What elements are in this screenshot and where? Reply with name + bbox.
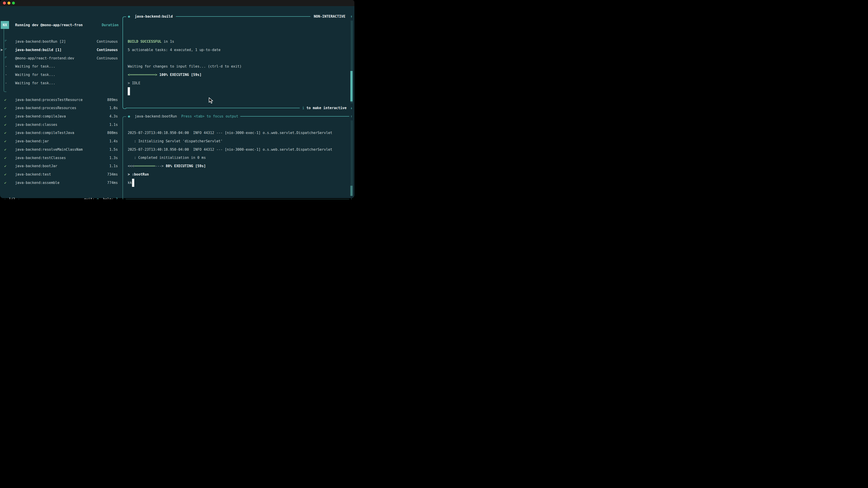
build-panel-header-line [176, 16, 310, 17]
bullet-icon: · [5, 62, 7, 71]
check-icon: ✔ [4, 179, 6, 187]
task-row[interactable]: java-backend:processTestResource [15, 96, 83, 104]
task-row[interactable]: java-backend:jar [15, 137, 49, 145]
task-row-build-selected[interactable]: java-backend:build [1] [15, 46, 61, 54]
log-line: 2025-07-23T13:40:18.950-04:00 INFO 44312… [128, 129, 332, 137]
progress-prefix: <<< [128, 164, 134, 168]
task-row[interactable]: java-backend:bootJar [15, 162, 57, 170]
task-row[interactable]: java-backend:testClasses [15, 154, 66, 162]
build-success-line: BUILD SUCCESSFUL in 1s [128, 37, 174, 46]
build-waiting-line: Waiting for changes to input files... (c… [128, 62, 242, 71]
task-status: Continuous [97, 37, 118, 46]
terminal-window: NX Running dev @mono-app/react-fron Dura… [0, 0, 354, 198]
terminal-body: NX Running dev @mono-app/react-fron Dura… [0, 6, 354, 198]
check-icon: ✔ [4, 104, 6, 112]
build-tasks-summary: 5 actionable tasks: 4 executed, 1 up-to-… [128, 46, 221, 54]
waiting-task-row: Waiting for task... [15, 79, 55, 88]
build-progress-line: <════════════> 100% EXECUTING [59s] [128, 71, 202, 79]
bootrun-scrollbar-thumb[interactable] [350, 186, 352, 196]
task-duration: 1.4s [110, 137, 118, 145]
task-duration: 774ms [107, 179, 118, 187]
task-duration: 1.0s [110, 104, 118, 112]
task-status: Continuous [97, 54, 118, 63]
task-duration: 734ms [107, 170, 118, 179]
task-row[interactable]: java-backend:test [15, 170, 51, 179]
task-row[interactable]: java-backend:classes [15, 121, 57, 129]
bootrun-scrollbar-track[interactable] [351, 121, 352, 196]
interactive-hint-text: to make interactive [304, 106, 346, 110]
pagination: ← 1/2 → [4, 195, 19, 199]
help-bar: quit: q help: ? [84, 195, 118, 199]
scroll-up-icon[interactable]: ↑ [350, 12, 352, 21]
task-row-bootrun[interactable]: java-backend:bootRun [2] [15, 37, 66, 46]
quit-key: q [97, 197, 99, 199]
scroll-down-icon[interactable]: ↓ [350, 104, 352, 112]
bootrun-panel-border [123, 116, 126, 199]
spinner-icon: ⠋ [4, 46, 7, 54]
prev-page-arrow-icon[interactable]: ← [4, 197, 6, 199]
build-successful-text: BUILD SUCCESSFUL [128, 39, 161, 43]
check-icon: ✔ [4, 170, 6, 179]
progress-label: 100% EXECUTING [59s] [157, 73, 202, 77]
bootrun-panel-header-line [240, 116, 349, 117]
help-label: help: [103, 197, 114, 199]
build-panel-border [123, 17, 126, 109]
build-panel-title[interactable]: java-backend:build [135, 12, 173, 21]
quit-label: quit: [84, 197, 95, 199]
scroll-up-icon[interactable]: ↑ [350, 112, 352, 121]
progress-label: 80% EXECUTING [59s] [164, 164, 206, 168]
progress-suffix: ---> [155, 164, 163, 168]
waiting-task-row: Waiting for task... [15, 62, 55, 71]
check-icon: ✔ [4, 154, 6, 162]
zoom-button[interactable] [12, 2, 15, 4]
bootrun-prompt-line: > :bootRun [128, 170, 149, 179]
minimize-button[interactable] [7, 2, 10, 4]
progress-bar: ══════════ [134, 164, 155, 168]
bullet-icon: · [5, 79, 7, 88]
running-dot-icon: ● [128, 112, 130, 121]
running-dot-icon: ● [128, 12, 130, 21]
progress-bar: <════════════> [128, 73, 157, 77]
task-row[interactable]: java-backend:assemble [15, 179, 59, 187]
log-line: : Initializing Servlet 'dispatcherServle… [128, 137, 223, 145]
typed-input[interactable]: kk [128, 179, 132, 187]
help-key: ? [116, 197, 118, 199]
interactive-hint-key: i [302, 106, 304, 110]
log-line: 2025-07-23T13:40:18.950-04:00 INFO 44312… [128, 145, 332, 154]
task-duration: 1.3s [110, 154, 118, 162]
bootrun-progress-line: <<<══════════---> 80% EXECUTING [59s] [128, 162, 206, 170]
task-status: Continuous [97, 46, 118, 54]
build-scrollbar-thumb[interactable] [350, 71, 352, 101]
task-row[interactable]: java-backend:resolveMainClassNam [15, 145, 83, 154]
close-button[interactable] [3, 2, 6, 4]
build-terminal-cursor [128, 87, 130, 95]
next-page-arrow-icon[interactable]: → [17, 197, 19, 199]
mouse-cursor-icon [209, 97, 214, 104]
task-row[interactable]: java-backend:compileTestJava [15, 129, 74, 137]
task-row[interactable]: java-backend:compileJava [15, 112, 66, 121]
check-icon: ✔ [4, 145, 6, 154]
focus-output-hint: Press <tab> to focus output [181, 112, 238, 121]
task-row-frontend-dev[interactable]: @mono-app/react-frontend:dev [15, 54, 74, 63]
log-line: : Completed initialization in 0 ms [128, 154, 206, 162]
check-icon: ✔ [4, 137, 6, 145]
interactive-hint: i to make interactive [302, 104, 346, 112]
task-duration: 1.1s [110, 162, 118, 170]
bootrun-panel-bottom-line [126, 199, 349, 199]
nx-logo: NX [1, 21, 9, 29]
check-icon: ✔ [4, 112, 6, 121]
check-icon: ✔ [4, 129, 6, 137]
page-indicator: 1/2 [9, 197, 15, 199]
task-duration: 889ms [107, 96, 118, 104]
bootrun-terminal-cursor [132, 179, 134, 187]
task-duration: 1.5s [110, 145, 118, 154]
task-row[interactable]: java-backend:processResources [15, 104, 76, 112]
check-icon: ✔ [4, 96, 6, 104]
bullet-icon: · [5, 71, 7, 79]
waiting-task-row: Waiting for task... [15, 71, 55, 79]
selected-row-marker: > [0, 46, 2, 54]
check-icon: ✔ [4, 162, 6, 170]
bootrun-panel-title[interactable]: java-backend:bootRun [135, 112, 177, 121]
duration-column-header: Duration [102, 21, 119, 29]
sidebar-title: Running dev @mono-app/react-fron [15, 21, 83, 29]
